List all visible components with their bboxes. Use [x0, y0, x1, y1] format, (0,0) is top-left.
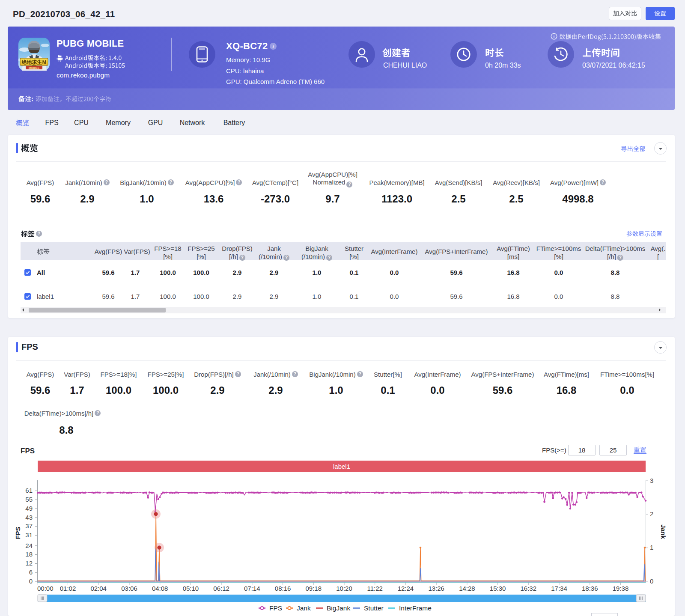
svg-text:13:26: 13:26	[428, 585, 444, 592]
svg-text:02:04: 02:04	[90, 585, 107, 592]
svg-text:10:20: 10:20	[336, 585, 352, 592]
svg-text:19:38: 19:38	[613, 585, 629, 592]
svg-text:08:16: 08:16	[275, 585, 291, 592]
svg-text:11:22: 11:22	[367, 585, 382, 592]
svg-text:3: 3	[650, 477, 653, 484]
svg-text:1: 1	[650, 544, 653, 551]
svg-text:16:32: 16:32	[521, 585, 537, 592]
svg-text:09:18: 09:18	[306, 585, 322, 592]
svg-text:14:28: 14:28	[459, 585, 475, 592]
svg-text:49: 49	[25, 505, 33, 512]
svg-text:FPS: FPS	[269, 604, 282, 612]
svg-text:61: 61	[25, 487, 33, 494]
svg-text:InterFrame: InterFrame	[399, 604, 432, 612]
svg-text:BigJank: BigJank	[327, 604, 350, 612]
svg-text:31: 31	[25, 531, 33, 539]
svg-text:6: 6	[29, 568, 33, 576]
svg-text:Jank: Jank	[660, 524, 667, 539]
svg-text:24: 24	[25, 542, 33, 549]
svg-text:MOBILE: MOBILE	[29, 66, 40, 69]
svg-text:18:36: 18:36	[582, 585, 598, 592]
svg-text:2: 2	[650, 510, 653, 518]
svg-text:15:30: 15:30	[490, 585, 506, 592]
svg-text:0: 0	[650, 577, 653, 585]
svg-text:17:34: 17:34	[551, 585, 567, 592]
svg-text:12:24: 12:24	[398, 585, 414, 592]
svg-text:06:12: 06:12	[213, 585, 229, 592]
svg-text:0: 0	[29, 577, 33, 585]
svg-text:01:02: 01:02	[60, 585, 76, 592]
svg-text:label1: label1	[333, 463, 350, 470]
svg-text:18: 18	[25, 551, 33, 558]
svg-text:Stutter: Stutter	[364, 604, 384, 612]
svg-text:03:06: 03:06	[121, 585, 137, 592]
svg-text:37: 37	[25, 522, 33, 530]
svg-text:43: 43	[25, 514, 33, 521]
svg-text:12: 12	[25, 559, 33, 567]
svg-text:07:14: 07:14	[244, 585, 260, 592]
svg-text:FPS: FPS	[14, 527, 21, 539]
svg-text:05:10: 05:10	[183, 585, 199, 592]
svg-text:55: 55	[25, 496, 33, 503]
svg-text:00:00: 00:00	[37, 585, 54, 592]
svg-text:04:08: 04:08	[152, 585, 168, 592]
svg-text:Jank: Jank	[297, 604, 311, 612]
